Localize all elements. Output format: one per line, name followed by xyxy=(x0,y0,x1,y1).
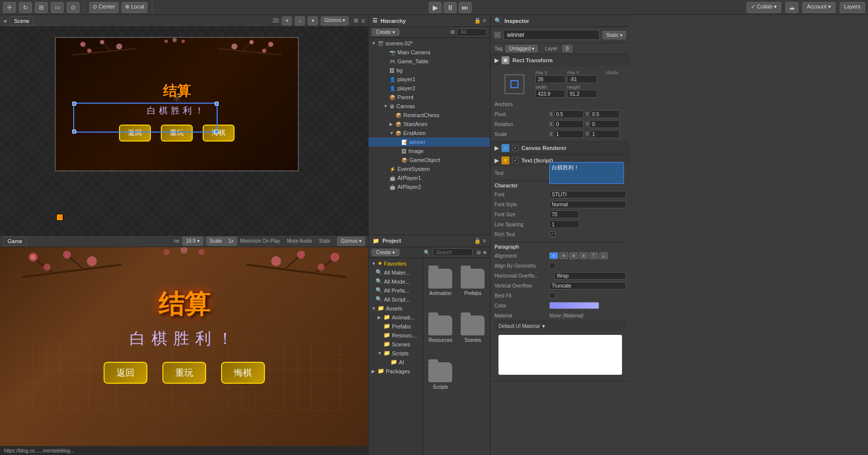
tag-dropdown[interactable]: Untagged ▾ xyxy=(505,45,538,52)
account-button[interactable]: Account ▾ xyxy=(802,2,836,13)
align-right-btn[interactable]: ≡ xyxy=(569,252,578,259)
canvas-renderer-checkbox[interactable]: ✓ xyxy=(512,145,518,151)
rect-tool-btn[interactable]: ▭ xyxy=(51,2,64,13)
project-assets-root[interactable]: ▼ 📁 Assets xyxy=(369,304,423,313)
layer-dropdown[interactable]: 0 xyxy=(562,45,572,52)
rotate-tool-btn[interactable]: ↻ xyxy=(19,2,32,13)
stats-label[interactable]: Stats xyxy=(319,238,331,244)
align-center-btn[interactable]: ≡ xyxy=(559,252,568,259)
font-style-dropdown[interactable]: Normal xyxy=(549,201,626,208)
chess-btn-scene[interactable]: 悔棋 xyxy=(203,125,235,142)
canvas-renderer-header[interactable]: ▶ ○ ✓ Canvas Renderer xyxy=(491,142,630,154)
rot-y-input[interactable] xyxy=(590,120,620,128)
back-btn-scene[interactable]: 返回 xyxy=(119,125,151,142)
project-search-input[interactable] xyxy=(433,248,473,256)
scene-view[interactable]: ✳ 结算 白棋胜利！ 返回 重玩 悔棋 xyxy=(0,27,368,235)
hierarchy-item-aiplayer1[interactable]: 🤖 AIPlayer1 xyxy=(369,173,490,182)
folder-animation[interactable]: Animation xyxy=(425,260,456,305)
light-button[interactable]: ☀ xyxy=(282,16,292,25)
hierarchy-lock-icon[interactable]: 🔒 xyxy=(474,17,481,24)
project-favorites[interactable]: ▼ ★ Favorites xyxy=(369,259,423,268)
hierarchy-item-winner[interactable]: 📝 winner xyxy=(369,138,490,147)
project-fav-all-scripts[interactable]: 🔍 All Script... xyxy=(369,295,423,304)
pause-button[interactable]: ⏸ xyxy=(444,2,457,13)
rot-x-input[interactable] xyxy=(554,120,584,128)
game-view[interactable]: 结算 白棋胜利！ 返回 重玩 悔棋 https://blog.cs... ...… xyxy=(0,247,368,455)
font-size-input[interactable] xyxy=(549,210,579,218)
pos-y-input[interactable] xyxy=(567,75,597,83)
project-filter-icon[interactable]: ★ xyxy=(483,250,487,255)
pos-x-input[interactable] xyxy=(535,75,565,83)
folder-resources[interactable]: Resources xyxy=(425,307,456,352)
h-overflow-dropdown[interactable]: Wrap xyxy=(554,272,626,280)
project-overflow-icon[interactable]: ≡ xyxy=(483,238,486,244)
hierarchy-item-startanim[interactable]: ▶ 📦 StartAnim xyxy=(369,120,490,129)
hierarchy-search-input[interactable] xyxy=(457,28,487,36)
play-button[interactable]: ▶ xyxy=(429,2,442,13)
project-resources[interactable]: 📁 Resourc... xyxy=(369,331,423,340)
project-ai-folder[interactable]: 📁 AI xyxy=(369,358,423,367)
hierarchy-item-aiplayer2[interactable]: 🤖 AIPlayer2 xyxy=(369,182,490,191)
collab-button[interactable]: ✓ Collab ▾ xyxy=(746,2,781,13)
project-create-btn[interactable]: Create ▾ xyxy=(372,249,399,256)
align-left-btn[interactable]: ≡ xyxy=(549,252,558,259)
hierarchy-overflow-icon[interactable]: ≡ xyxy=(483,17,486,24)
line-spacing-input[interactable] xyxy=(549,220,579,228)
v-overflow-dropdown[interactable]: Truncate xyxy=(549,282,626,290)
project-animati[interactable]: ▶ 📁 Animati... xyxy=(369,313,423,322)
pivot-y-input[interactable] xyxy=(590,110,620,118)
align-by-geo-checkbox[interactable] xyxy=(549,263,555,269)
hierarchy-item-parent[interactable]: 📦 Parent xyxy=(369,93,490,102)
chess-btn-game[interactable]: 悔棋 xyxy=(221,362,265,384)
best-fit-checkbox[interactable] xyxy=(549,293,555,299)
text-textarea[interactable] xyxy=(549,162,624,184)
project-fav-all-models[interactable]: 🔍 All Mode... xyxy=(369,277,423,286)
project-fav-all-prefabs[interactable]: 🔍 All Prefa... xyxy=(369,286,423,295)
hierarchy-item-gameobject[interactable]: 📦 GameObject xyxy=(369,155,490,164)
height-input[interactable] xyxy=(567,90,597,98)
replay-btn-scene[interactable]: 重玩 xyxy=(161,125,193,142)
color-swatch[interactable] xyxy=(549,302,599,309)
hierarchy-item-player2[interactable]: 👤 player2 xyxy=(369,84,490,93)
hierarchy-item-endanim[interactable]: ▼ 📦 EndAnim xyxy=(369,129,490,138)
rect-transform-header[interactable]: ▶ ⊞ Rect Transform xyxy=(491,54,630,66)
project-lock-icon[interactable]: 🔒 xyxy=(474,238,481,244)
hierarchy-scene-root[interactable]: ▼ 🎬 scenes-02* xyxy=(369,39,490,48)
align-top-btn[interactable]: ⊤ xyxy=(589,252,598,259)
replay-btn-game[interactable]: 重玩 xyxy=(162,362,206,384)
transform-tool-btn[interactable]: ⊙ xyxy=(67,2,80,13)
local-dropdown[interactable]: ⊕ Local xyxy=(122,2,147,13)
scene-overflow-button[interactable]: ≡ xyxy=(362,17,365,24)
project-scripts-folder[interactable]: ▼ 📁 Scripts xyxy=(369,349,423,358)
pivot-x-input[interactable] xyxy=(554,110,584,118)
hierarchy-item-image[interactable]: 🖼 Image xyxy=(369,147,490,155)
game-tab[interactable]: Game xyxy=(3,237,27,246)
hierarchy-item-main-camera[interactable]: 📷 Main Camera xyxy=(369,48,490,57)
effects-button[interactable]: ✦ xyxy=(308,16,318,25)
folder-scenes[interactable]: Scenes xyxy=(458,307,488,352)
hierarchy-item-stractchess[interactable]: 📦 RestractChess xyxy=(369,111,490,120)
hierarchy-item-bg[interactable]: 🖼 bg xyxy=(369,66,490,75)
scale-x-input[interactable] xyxy=(554,130,584,138)
2d-button[interactable]: 2D xyxy=(273,18,279,23)
layers-button[interactable]: Layers xyxy=(840,2,865,13)
active-checkbox[interactable]: ✓ xyxy=(495,32,500,38)
maximize-label[interactable]: Maximize On Play xyxy=(240,238,280,244)
project-sort-icon[interactable]: ⊞ xyxy=(477,250,481,255)
mute-label[interactable]: Mute Audio xyxy=(287,238,312,244)
project-packages[interactable]: ▶ 📁 Packages xyxy=(369,367,423,376)
move-tool-btn[interactable]: ✛ xyxy=(3,2,16,13)
audio-scene-button[interactable]: ♪ xyxy=(295,16,305,25)
width-input[interactable] xyxy=(535,90,565,98)
back-btn-game[interactable]: 返回 xyxy=(104,362,147,384)
align-justify-btn[interactable]: ≡ xyxy=(579,252,588,259)
font-dropdown[interactable]: STLITI xyxy=(549,191,626,198)
align-middle-btn[interactable]: ⊥ xyxy=(599,252,608,259)
folder-scripts[interactable]: Scripts xyxy=(425,354,456,399)
scale-tool-btn[interactable]: ⊞ xyxy=(35,2,48,13)
hierarchy-create-btn[interactable]: Create ▾ xyxy=(372,28,399,36)
hierarchy-item-canvas[interactable]: ▼ 🖥 Canvas xyxy=(369,102,490,111)
static-badge[interactable]: Static ▾ xyxy=(603,31,626,39)
scale-dropdown[interactable]: Scale 1x xyxy=(206,237,237,246)
ratio-dropdown[interactable]: 16:9 ▾ xyxy=(182,237,203,246)
